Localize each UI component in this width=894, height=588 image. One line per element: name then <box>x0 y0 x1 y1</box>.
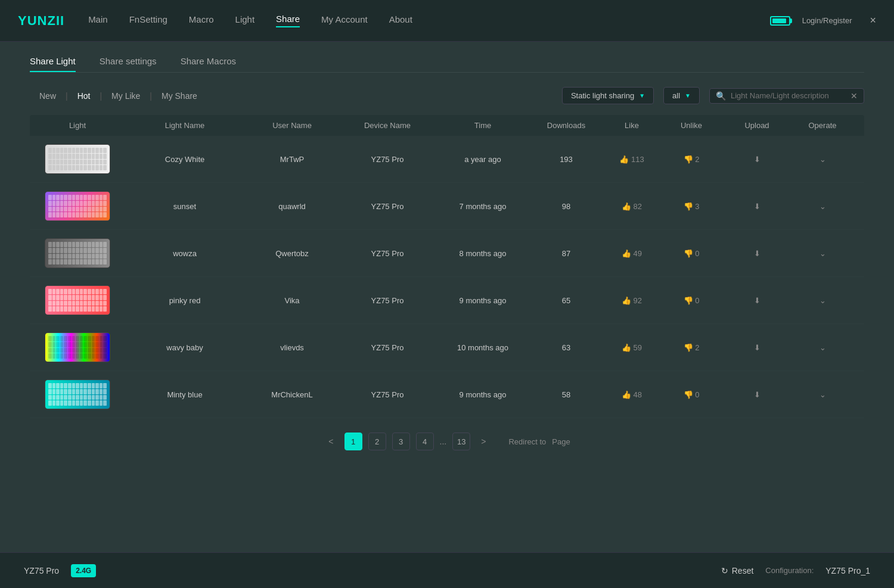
filter-mylike[interactable]: My Like <box>102 89 150 103</box>
light-name-cell: Cozy White <box>125 153 244 166</box>
expand-button[interactable]: ⌄ <box>820 202 826 211</box>
unlike-button[interactable]: 👎 3 <box>684 202 700 211</box>
nav-fnsetting[interactable]: FnSetting <box>129 14 167 27</box>
keyboard-preview-cell <box>30 236 125 270</box>
unlike-button[interactable]: 👎 2 <box>684 343 700 352</box>
tab-share-macros[interactable]: Share Macros <box>181 56 236 72</box>
page-13-btn[interactable]: 13 <box>452 433 470 450</box>
page-dots: ... <box>440 437 447 446</box>
nav-share[interactable]: Share <box>276 14 300 27</box>
filter-new[interactable]: New <box>30 89 66 103</box>
unlike-button[interactable]: 👎 0 <box>684 249 700 258</box>
keyboard-preview-cell <box>30 189 125 223</box>
light-name-cell: wavy baby <box>125 341 244 354</box>
next-page-btn[interactable]: > <box>476 434 491 449</box>
expand-button[interactable]: ⌄ <box>820 390 826 399</box>
nav-myaccount[interactable]: My Account <box>321 14 368 27</box>
operate-cell: ⌄ <box>793 388 852 402</box>
nav-macro[interactable]: Macro <box>189 14 214 27</box>
like-button[interactable]: 👍 59 <box>622 343 642 352</box>
topbar: YUNZII Main FnSetting Macro Light Share … <box>0 0 894 42</box>
nav-light[interactable]: Light <box>235 14 255 27</box>
sharing-type-label: Static light sharing <box>571 91 634 100</box>
like-button[interactable]: 👍 49 <box>622 249 642 258</box>
wireless-icon: 2.4G <box>71 564 96 577</box>
download-button[interactable]: ⬇ <box>754 390 760 399</box>
nav-about[interactable]: About <box>389 14 412 27</box>
page-label: Page <box>552 437 570 446</box>
login-button[interactable]: Login/Register <box>802 16 852 25</box>
table-row: wavy babyvlievdsYZ75 Pro10 months ago63👍… <box>30 324 864 371</box>
unlike-button[interactable]: 👎 2 <box>684 155 700 164</box>
expand-button[interactable]: ⌄ <box>820 296 826 305</box>
battery-icon <box>770 16 790 26</box>
like-cell: 👍 113 <box>602 153 662 166</box>
download-cell: ⬇ <box>721 200 793 213</box>
search-clear-icon[interactable]: ✕ <box>850 91 858 101</box>
battery-fill <box>772 18 786 23</box>
keyboard-preview-cell <box>30 283 125 318</box>
filter-row: New | Hot | My Like | My Share Static li… <box>30 87 864 104</box>
nav-main[interactable]: Main <box>88 14 108 27</box>
like-button[interactable]: 👍 48 <box>622 390 642 399</box>
close-button[interactable]: × <box>870 14 876 27</box>
filter-myshare[interactable]: My Share <box>152 89 207 103</box>
user-name-cell: MrTwP <box>244 153 340 166</box>
operate-cell: ⌄ <box>793 153 852 166</box>
wireless-label: 2.4G <box>76 567 91 575</box>
page-3-btn[interactable]: 3 <box>392 433 410 450</box>
expand-button[interactable]: ⌄ <box>820 343 826 352</box>
download-button[interactable]: ⬇ <box>754 343 760 352</box>
downloads-cell: 63 <box>530 341 602 354</box>
time-cell: 9 months ago <box>435 388 530 402</box>
filter-hot[interactable]: Hot <box>68 89 100 103</box>
search-input[interactable] <box>731 91 846 100</box>
download-button[interactable]: ⬇ <box>754 296 760 305</box>
page-4-btn[interactable]: 4 <box>416 433 434 450</box>
tab-share-settings[interactable]: Share settings <box>100 56 157 72</box>
light-name-cell: Minty blue <box>125 388 244 402</box>
device-name-cell: YZ75 Pro <box>340 341 435 354</box>
user-name-cell: MrChickenL <box>244 388 340 402</box>
download-cell: ⬇ <box>721 247 793 260</box>
downloads-cell: 87 <box>530 247 602 260</box>
download-button[interactable]: ⬇ <box>754 202 760 211</box>
user-name-cell: vlievds <box>244 341 340 354</box>
like-cell: 👍 82 <box>602 200 662 213</box>
unlike-button[interactable]: 👎 0 <box>684 296 700 305</box>
filter-all-dropdown[interactable]: all ▼ <box>663 87 700 104</box>
download-button[interactable]: ⬇ <box>754 249 760 258</box>
like-button[interactable]: 👍 92 <box>622 296 642 305</box>
expand-button[interactable]: ⌄ <box>820 249 826 258</box>
device-name-label: YZ75 Pro <box>24 566 59 575</box>
keyboard-preview-cell <box>30 330 125 365</box>
unlike-cell: 👎 2 <box>662 153 721 166</box>
unlike-cell: 👎 0 <box>662 294 721 307</box>
unlike-button[interactable]: 👎 0 <box>684 390 700 399</box>
prev-page-btn[interactable]: < <box>324 434 338 449</box>
like-button[interactable]: 👍 113 <box>619 155 644 164</box>
page-1-btn[interactable]: 1 <box>344 433 362 450</box>
sharing-type-dropdown[interactable]: Static light sharing ▼ <box>562 87 654 104</box>
tab-share-light[interactable]: Share Light <box>30 56 76 72</box>
keyboard-preview-cell <box>30 142 125 176</box>
battery-body <box>770 16 790 26</box>
download-button[interactable]: ⬇ <box>754 155 760 164</box>
reset-button[interactable]: ↻ Reset <box>721 566 754 575</box>
device-name-cell: YZ75 Pro <box>340 247 435 260</box>
light-name-cell: sunset <box>125 200 244 213</box>
logo: YUNZII <box>18 13 64 29</box>
main-nav: Main FnSetting Macro Light Share My Acco… <box>88 14 770 27</box>
redirect-label: Redirect to <box>508 437 546 446</box>
download-cell: ⬇ <box>721 294 793 307</box>
time-cell: a year ago <box>435 153 530 166</box>
expand-button[interactable]: ⌄ <box>820 155 826 164</box>
like-button[interactable]: 👍 82 <box>622 202 642 211</box>
config-value: YZ75 Pro_1 <box>825 566 870 575</box>
topbar-right: Login/Register × <box>770 14 876 27</box>
col-unlike: Unlike <box>662 121 721 130</box>
col-user-name: User Name <box>244 121 340 130</box>
page-2-btn[interactable]: 2 <box>368 433 386 450</box>
user-name-cell: Vika <box>244 294 340 307</box>
device-name-cell: YZ75 Pro <box>340 153 435 166</box>
